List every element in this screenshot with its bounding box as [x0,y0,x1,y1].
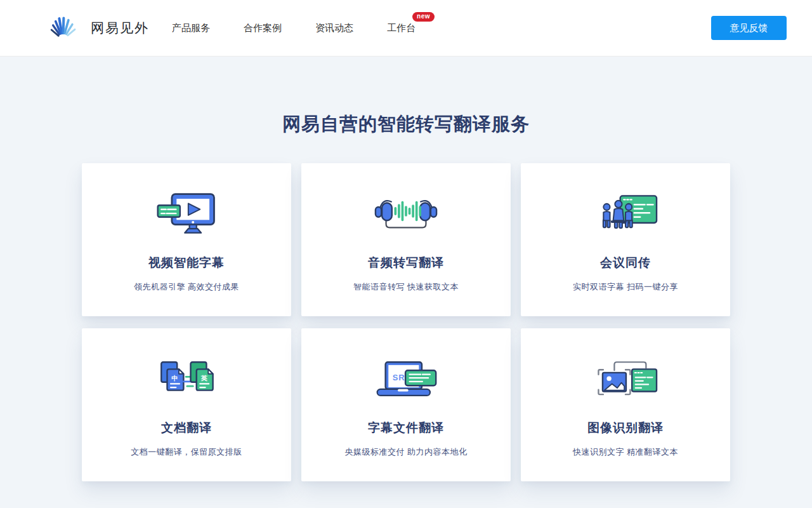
card-subtitle: 智能语音转写 快速获取文本 [301,281,511,293]
video-subtitle-icon [82,191,291,238]
meeting-interpretation-icon [521,191,730,238]
card-subtitle: 领先机器引擎 高效交付成果 [82,281,291,293]
card-title: 视频智能字幕 [82,255,291,271]
nav-item-products[interactable]: 产品服务 [172,22,210,34]
new-badge: new [412,12,435,22]
audio-transcribe-icon [301,191,511,238]
card-subtitle: 快速识别文字 精准翻译文本 [521,446,730,458]
brand-name: 网易见外 [91,19,149,37]
brand-logo-icon [46,14,82,42]
nav-item-workbench[interactable]: 工作台 [387,22,416,33]
doc-english-label: 英 [200,375,208,382]
card-title: 音频转写翻译 [301,255,511,271]
card-subtitle: 央媒级标准交付 助力内容本地化 [301,446,511,458]
card-title: 文档翻译 [82,420,291,436]
card-subtitle: 文档一键翻译，保留原文排版 [82,446,291,458]
brand-logo[interactable]: 网易见外 [46,14,149,42]
card-title: 会议同传 [521,255,730,271]
card-title: 字幕文件翻译 [301,420,511,436]
doc-chinese-label: 中 [171,375,178,382]
subtitle-file-translate-icon: SRT [301,356,511,403]
card-subtitle-file-translate[interactable]: SRT 字幕文件翻译 央媒级标准交付 助力内容本地化 [301,328,511,481]
card-title: 图像识别翻译 [521,420,730,436]
nav-item-news[interactable]: 资讯动态 [315,22,353,34]
card-document-translate[interactable]: 中 英 文档翻译 文档一键翻译，保留原文排版 [82,328,291,481]
main-nav: 产品服务 合作案例 资讯动态 工作台 new [172,22,416,34]
top-navbar: 网易见外 产品服务 合作案例 资讯动态 工作台 new 意见反馈 [0,0,812,57]
card-meeting-interpretation[interactable]: 会议同传 实时双语字幕 扫码一键分享 [521,163,730,316]
services-grid: 视频智能字幕 领先机器引擎 高效交付成果 [82,163,730,481]
page-title: 网易自营的智能转写翻译服务 [0,111,812,137]
card-audio-transcribe[interactable]: 音频转写翻译 智能语音转写 快速获取文本 [301,163,511,316]
document-translate-icon: 中 英 [82,356,291,403]
nav-item-cases[interactable]: 合作案例 [244,22,282,34]
card-video-subtitle[interactable]: 视频智能字幕 领先机器引擎 高效交付成果 [82,163,291,316]
image-ocr-translate-icon [521,356,730,403]
feedback-button[interactable]: 意见反馈 [711,16,787,40]
card-image-ocr-translate[interactable]: 图像识别翻译 快速识别文字 精准翻译文本 [521,328,730,481]
card-subtitle: 实时双语字幕 扫码一键分享 [521,281,730,293]
